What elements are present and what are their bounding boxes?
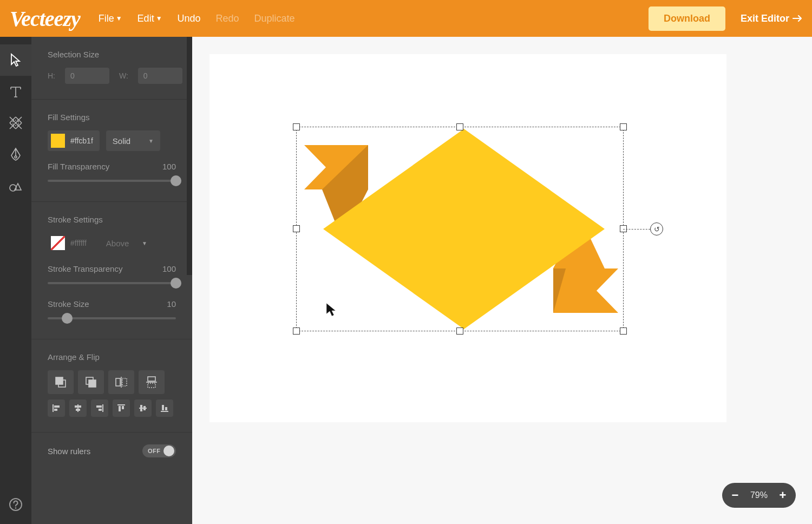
toggle-state-label: OFF — [148, 448, 161, 454]
svg-rect-8 — [122, 378, 127, 386]
scrollbar[interactable] — [187, 37, 192, 275]
menu-edit-label: Edit — [137, 13, 154, 24]
fill-color-picker[interactable]: #ffcb1f — [48, 130, 100, 151]
fill-mode-select[interactable]: Solid ▼ — [106, 130, 160, 151]
height-input[interactable] — [65, 68, 109, 84]
download-button[interactable]: Download — [649, 6, 725, 31]
arrow-right-icon — [793, 15, 802, 22]
rotate-handle[interactable]: ↺ — [650, 222, 663, 235]
align-bottom-button[interactable] — [156, 399, 173, 417]
menu-file[interactable]: File ▼ — [99, 13, 122, 24]
select-tool[interactable] — [0, 44, 31, 76]
resize-handle-sw[interactable] — [293, 328, 300, 335]
flip-horizontal-button[interactable] — [108, 370, 134, 394]
menu-bar: File ▼ Edit ▼ Undo Redo Duplicate — [99, 13, 295, 24]
resize-handle-nw[interactable] — [293, 123, 300, 130]
fill-mode-value: Solid — [113, 136, 130, 146]
svg-rect-26 — [140, 405, 142, 411]
resize-handle-ne[interactable] — [620, 123, 627, 130]
svg-rect-20 — [96, 405, 102, 408]
flip-v-icon — [145, 375, 159, 389]
fill-transparency-value: 100 — [162, 162, 176, 171]
header-right: Download Exit Editor — [649, 6, 802, 31]
menu-undo[interactable]: Undo — [178, 13, 201, 24]
flip-vertical-button[interactable] — [139, 370, 165, 394]
bring-forward-button[interactable] — [48, 370, 74, 394]
exit-editor-link[interactable]: Exit Editor — [741, 13, 802, 24]
pen-icon — [8, 147, 23, 162]
svg-point-2 — [15, 507, 17, 509]
stroke-position-select[interactable]: Above ▼ — [100, 233, 154, 253]
chevron-down-icon: ▼ — [156, 15, 162, 22]
svg-rect-19 — [102, 404, 103, 412]
shapes-icon — [8, 178, 23, 193]
zoom-out-button[interactable]: − — [730, 488, 741, 502]
hatch-icon — [8, 115, 23, 130]
arrange-flip-section: Arrange & Flip — [31, 339, 192, 433]
align-center-h-button[interactable] — [69, 399, 87, 417]
shapes-tool[interactable] — [0, 170, 31, 201]
selection-size-title: Selection Size — [48, 50, 176, 59]
fill-transparency-label: Fill Transparency — [48, 162, 109, 171]
rulers-section: Show rulers OFF — [31, 433, 192, 469]
stroke-size-slider[interactable] — [48, 313, 176, 324]
help-icon — [8, 497, 23, 512]
zoom-value: 79% — [750, 490, 768, 500]
resize-handle-s[interactable] — [456, 328, 463, 335]
tool-strip — [0, 37, 31, 524]
selection-bounding-box[interactable]: ↺ — [296, 127, 624, 331]
text-icon — [8, 84, 23, 99]
svg-rect-22 — [117, 404, 125, 405]
send-backward-button[interactable] — [78, 370, 104, 394]
svg-rect-3 — [56, 377, 63, 384]
pen-tool[interactable] — [0, 139, 31, 170]
background-remove-tool[interactable] — [0, 107, 31, 139]
stroke-transparency-slider[interactable] — [48, 278, 176, 289]
show-rulers-toggle[interactable]: OFF — [142, 444, 176, 457]
stroke-color-picker[interactable]: #ffffff — [48, 233, 93, 253]
width-input[interactable] — [138, 68, 182, 84]
fill-settings-title: Fill Settings — [48, 113, 176, 122]
menu-redo: Redo — [216, 13, 239, 24]
svg-rect-15 — [54, 409, 57, 411]
align-center-h-icon — [73, 403, 83, 413]
svg-rect-13 — [53, 404, 54, 412]
resize-handle-n[interactable] — [456, 123, 463, 130]
svg-rect-30 — [165, 407, 167, 410]
svg-rect-21 — [99, 409, 102, 411]
align-left-button[interactable] — [48, 399, 65, 417]
menu-duplicate-label: Duplicate — [254, 13, 295, 24]
menu-duplicate: Duplicate — [254, 13, 295, 24]
svg-rect-10 — [148, 377, 155, 381]
toggle-knob-icon — [163, 446, 174, 456]
main-area: Selection Size H: W: Fill Settings #ffcb… — [0, 37, 812, 524]
menu-edit[interactable]: Edit ▼ — [137, 13, 162, 24]
align-center-v-button[interactable] — [134, 399, 152, 417]
menu-file-label: File — [99, 13, 114, 24]
app-header: Vecteezy File ▼ Edit ▼ Undo Redo Duplica… — [0, 0, 812, 37]
canvas-area[interactable]: ↺ − 79% + — [192, 37, 812, 524]
text-tool[interactable] — [0, 76, 31, 107]
fill-settings-section: Fill Settings #ffcb1f Solid ▼ Fill Trans… — [31, 100, 192, 202]
width-label: W: — [119, 71, 128, 80]
menu-redo-label: Redo — [216, 13, 239, 24]
help-button[interactable] — [8, 497, 23, 514]
chevron-down-icon: ▼ — [148, 138, 154, 144]
align-center-v-icon — [138, 403, 148, 413]
no-stroke-icon — [51, 236, 65, 250]
properties-panel: Selection Size H: W: Fill Settings #ffcb… — [31, 37, 192, 524]
stroke-settings-section: Stroke Settings #ffffff Above ▼ Stroke T… — [31, 202, 192, 339]
svg-rect-18 — [76, 409, 80, 411]
align-top-button[interactable] — [113, 399, 130, 417]
zoom-in-button[interactable]: + — [777, 488, 788, 502]
stroke-transparency-value: 100 — [162, 264, 176, 273]
stroke-size-value: 10 — [167, 299, 176, 309]
svg-rect-7 — [116, 378, 120, 386]
fill-transparency-slider[interactable] — [48, 175, 176, 186]
resize-handle-w[interactable] — [293, 225, 300, 232]
exit-editor-label: Exit Editor — [741, 13, 789, 24]
svg-rect-27 — [143, 406, 146, 410]
resize-handle-se[interactable] — [620, 328, 627, 335]
align-right-button[interactable] — [91, 399, 108, 417]
svg-rect-17 — [75, 405, 81, 408]
